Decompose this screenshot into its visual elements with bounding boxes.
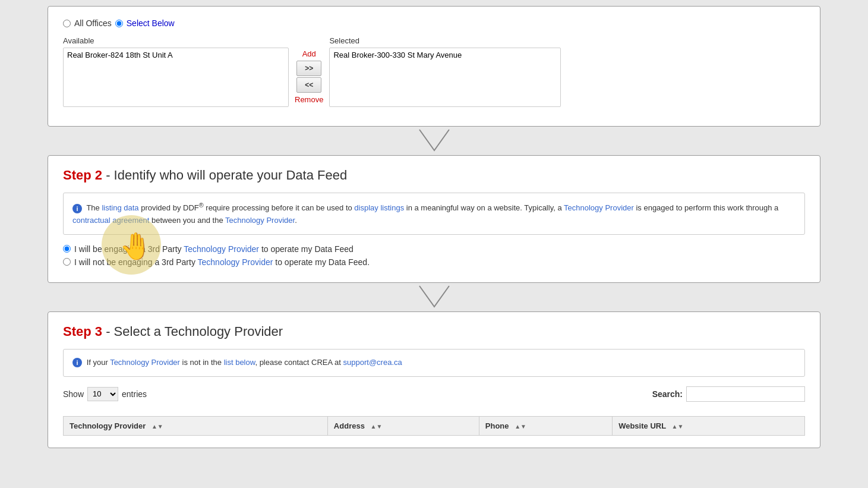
providers-table: Technology Provider ▲▼ Address ▲▼ Phone …: [63, 416, 805, 436]
selected-item[interactable]: Real Broker-300-330 St Mary Avenue: [331, 49, 559, 61]
step3-info-text: If your Technology Provider is not in th…: [87, 358, 402, 367]
step3-title: Select a Technology Provider: [114, 324, 283, 339]
step3-section: Step 3 - Select a Technology Provider i …: [48, 311, 820, 448]
step2-heading: Step 2 - Identify who will operate your …: [63, 168, 805, 183]
transfer-buttons: Add >> << Remove: [289, 36, 329, 104]
available-list[interactable]: Real Broker-824 18th St Unit A: [63, 48, 289, 107]
available-item[interactable]: Real Broker-824 18th St Unit A: [65, 49, 287, 61]
step2-radio2-option: I will not be engaging a 3rd Party Techn…: [63, 257, 805, 267]
offices-section: All Offices Select Below Available Real …: [48, 6, 820, 127]
connector-arrow-1: [416, 127, 452, 155]
selected-list-wrapper: Selected Real Broker-300-330 St Mary Ave…: [329, 36, 561, 107]
th-website-url-label: Website URL: [618, 421, 666, 430]
show-entries: Show 10 25 50 100 entries: [63, 387, 147, 401]
remove-button[interactable]: <<: [296, 77, 321, 93]
step3-number: Step 3: [63, 324, 102, 339]
selected-label: Selected: [329, 36, 561, 45]
radio-all-offices[interactable]: [63, 20, 71, 27]
connector-arrow-2: [416, 283, 452, 311]
entries-label: entries: [122, 389, 147, 399]
th-technology-provider-label: Technology Provider: [70, 421, 146, 430]
step2-radio2-label[interactable]: I will not be engaging a 3rd Party Techn…: [74, 257, 370, 267]
add-label: Add: [302, 49, 316, 58]
step3-heading: Step 3 - Select a Technology Provider: [63, 324, 805, 339]
search-label: Search:: [652, 389, 683, 399]
step2-radio2[interactable]: [63, 258, 71, 266]
sort-icon-address: ▲▼: [371, 423, 383, 430]
th-phone[interactable]: Phone ▲▼: [479, 416, 612, 435]
radio-all-offices-label[interactable]: All Offices: [74, 18, 112, 28]
th-phone-label: Phone: [485, 421, 509, 430]
available-label: Available: [63, 36, 289, 45]
connector-1: [48, 127, 820, 155]
sort-icon-website: ▲▼: [671, 423, 683, 430]
dual-list-container: Available Real Broker-824 18th St Unit A…: [63, 36, 805, 114]
step2-info-box: i The listing data provided by DDF® requ…: [63, 193, 805, 235]
sort-icon-provider: ▲▼: [151, 423, 163, 430]
step3-info-box: i If your Technology Provider is not in …: [63, 349, 805, 377]
step2-radio1-label[interactable]: I will be engaging a 3rd Party Technolog…: [74, 244, 353, 254]
selected-list[interactable]: Real Broker-300-330 St Mary Avenue: [329, 48, 561, 107]
show-label: Show: [63, 389, 84, 399]
page-container: All Offices Select Below Available Real …: [0, 0, 868, 488]
step3-dash: -: [106, 324, 113, 339]
step2-radio1[interactable]: [63, 245, 71, 253]
search-row: Search:: [652, 386, 805, 402]
step2-info-text1: The listing data provided by DDF® requir…: [72, 203, 778, 225]
available-list-wrapper: Available Real Broker-824 18th St Unit A: [63, 36, 289, 114]
table-header-row: Technology Provider ▲▼ Address ▲▼ Phone …: [64, 416, 805, 435]
step2-dash: -: [106, 168, 113, 182]
step2-radio1-option: I will be engaging a 3rd Party Technolog…: [63, 244, 805, 254]
offices-radio-row: All Offices Select Below: [63, 18, 805, 28]
step2-number: Step 2: [63, 168, 102, 182]
info-icon-step2: i: [72, 204, 82, 213]
radio-select-below-label[interactable]: Select Below: [127, 18, 175, 28]
show-search-row: Show 10 25 50 100 entries Search:: [63, 386, 805, 409]
table-head: Technology Provider ▲▼ Address ▲▼ Phone …: [64, 416, 805, 435]
info-icon-step3: i: [72, 358, 82, 367]
sort-icon-phone: ▲▼: [515, 423, 526, 430]
th-technology-provider[interactable]: Technology Provider ▲▼: [64, 416, 328, 435]
th-address[interactable]: Address ▲▼: [327, 416, 479, 435]
th-website-url[interactable]: Website URL ▲▼: [613, 416, 805, 435]
connector-2: [48, 283, 820, 311]
entries-select[interactable]: 10 25 50 100: [87, 387, 118, 401]
radio-select-below[interactable]: [115, 20, 123, 27]
add-button[interactable]: >>: [296, 61, 321, 76]
th-address-label: Address: [334, 421, 365, 430]
step2-section: 🤚 Step 2 - Identify who will operate you…: [48, 155, 820, 283]
remove-label: Remove: [295, 95, 323, 104]
step2-title: Identify who will operate your Data Feed: [114, 168, 348, 182]
search-input[interactable]: [686, 386, 805, 402]
